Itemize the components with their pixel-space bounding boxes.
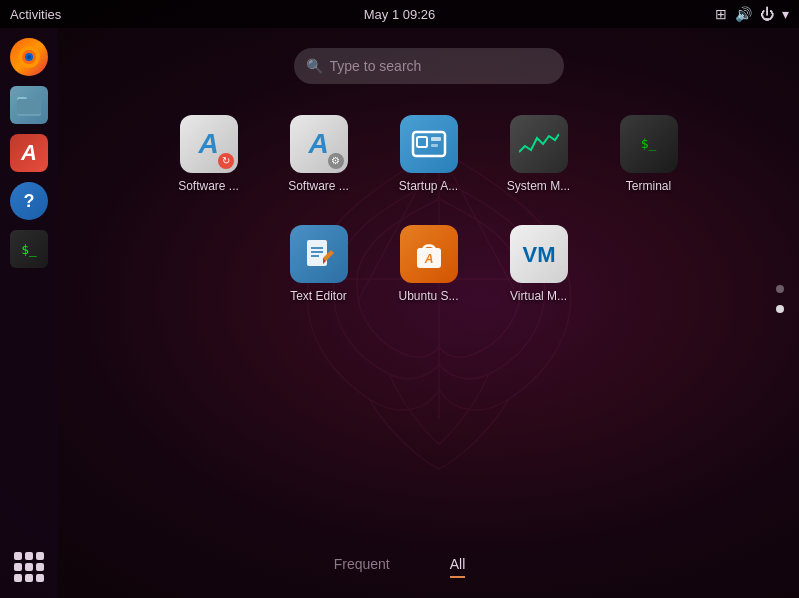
topbar-system-icons: ⊞ 🔊 ⏻ ▾ bbox=[715, 6, 789, 22]
sidebar-item-files[interactable] bbox=[8, 84, 50, 126]
sidebar-item-show-applications[interactable] bbox=[8, 546, 50, 588]
svg-point-7 bbox=[27, 55, 31, 59]
tab-all[interactable]: All bbox=[450, 556, 466, 578]
bottom-view-tabs: Frequent All bbox=[0, 556, 799, 578]
page-dot-2[interactable] bbox=[776, 305, 784, 313]
power-icon[interactable]: ⏻ bbox=[760, 6, 774, 22]
ubuntu-software-bag-icon: A bbox=[411, 236, 447, 272]
firefox-logo-icon bbox=[16, 44, 42, 70]
svg-rect-10 bbox=[17, 99, 41, 114]
terminal-icon: $_ bbox=[620, 115, 678, 173]
tab-frequent[interactable]: Frequent bbox=[334, 556, 390, 578]
app-label-software-updater: Software ... bbox=[178, 179, 239, 193]
datetime-display: May 1 09:26 bbox=[364, 7, 436, 22]
sidebar-item-software-center[interactable]: A bbox=[8, 132, 50, 174]
sidebar-item-help[interactable]: ? bbox=[8, 180, 50, 222]
apps-grid: A ↻ Software ... A ⚙ Software ... bbox=[159, 104, 699, 314]
grid-dot bbox=[14, 563, 22, 571]
help-icon: ? bbox=[10, 182, 48, 220]
app-label-system-monitor: System M... bbox=[507, 179, 570, 193]
page-dot-1[interactable] bbox=[776, 285, 784, 293]
apps-row-1: A ↻ Software ... A ⚙ Software ... bbox=[159, 104, 699, 204]
page-dots-indicator bbox=[776, 285, 784, 313]
app-label-startup-apps: Startup A... bbox=[399, 179, 458, 193]
apps-overview: 🔍 A ↻ Software ... A ⚙ Software ... bbox=[58, 28, 799, 598]
terminal-dock-icon: $_ bbox=[10, 230, 48, 268]
system-monitor-chart-icon bbox=[519, 130, 559, 158]
app-startup-apps[interactable]: Startup A... bbox=[379, 104, 479, 204]
sidebar-item-firefox[interactable] bbox=[8, 36, 50, 78]
system-monitor-icon bbox=[510, 115, 568, 173]
firefox-icon bbox=[10, 38, 48, 76]
software-center-icon: A bbox=[10, 134, 48, 172]
grid-dot bbox=[25, 574, 33, 582]
grid-dot bbox=[25, 563, 33, 571]
app-software-properties[interactable]: A ⚙ Software ... bbox=[269, 104, 369, 204]
svg-rect-12 bbox=[417, 137, 427, 147]
app-label-text-editor: Text Editor bbox=[290, 289, 347, 303]
app-virtualbox[interactable]: VM Virtual M... bbox=[489, 214, 589, 314]
activities-button[interactable]: Activities bbox=[10, 7, 61, 22]
sidebar-dock: A ? $_ bbox=[0, 28, 58, 598]
svg-rect-14 bbox=[431, 144, 438, 147]
applications-grid-icon bbox=[10, 548, 48, 586]
app-terminal[interactable]: $_ Terminal bbox=[599, 104, 699, 204]
app-text-editor[interactable]: Text Editor bbox=[269, 214, 369, 314]
grid-dot bbox=[14, 574, 22, 582]
grid-dot bbox=[36, 574, 44, 582]
virtualbox-icon: VM bbox=[510, 225, 568, 283]
search-input[interactable] bbox=[294, 48, 564, 84]
app-software-updater[interactable]: A ↻ Software ... bbox=[159, 104, 259, 204]
apps-row-2: Text Editor A Ubuntu S... VM bbox=[269, 214, 589, 314]
chevron-down-icon[interactable]: ▾ bbox=[782, 6, 789, 22]
text-editor-pencil-icon bbox=[301, 236, 337, 272]
topbar: Activities May 1 09:26 ⊞ 🔊 ⏻ ▾ bbox=[0, 0, 799, 28]
startup-apps-icon bbox=[400, 115, 458, 173]
software-properties-icon: A ⚙ bbox=[290, 115, 348, 173]
startup-window-icon bbox=[411, 130, 447, 158]
grid-dot bbox=[25, 552, 33, 560]
grid-dot bbox=[36, 552, 44, 560]
svg-rect-13 bbox=[431, 137, 441, 141]
app-ubuntu-software[interactable]: A Ubuntu S... bbox=[379, 214, 479, 314]
app-system-monitor[interactable]: System M... bbox=[489, 104, 589, 204]
files-folder-icon bbox=[17, 94, 41, 116]
app-label-virtualbox: Virtual M... bbox=[510, 289, 567, 303]
app-label-ubuntu-software: Ubuntu S... bbox=[398, 289, 458, 303]
text-editor-icon bbox=[290, 225, 348, 283]
svg-text:A: A bbox=[423, 252, 433, 266]
software-updater-icon: A ↻ bbox=[180, 115, 238, 173]
volume-icon[interactable]: 🔊 bbox=[735, 6, 752, 22]
virtualbox-vm-icon: VM bbox=[518, 240, 560, 268]
search-icon: 🔍 bbox=[306, 58, 323, 74]
network-icon[interactable]: ⊞ bbox=[715, 6, 727, 22]
grid-dot bbox=[36, 563, 44, 571]
ubuntu-software-icon: A bbox=[400, 225, 458, 283]
app-label-software-properties: Software ... bbox=[288, 179, 349, 193]
grid-dot bbox=[14, 552, 22, 560]
search-container: 🔍 bbox=[294, 48, 564, 84]
files-icon bbox=[10, 86, 48, 124]
svg-text:VM: VM bbox=[522, 242, 555, 267]
sidebar-item-terminal[interactable]: $_ bbox=[8, 228, 50, 270]
app-label-terminal: Terminal bbox=[626, 179, 671, 193]
